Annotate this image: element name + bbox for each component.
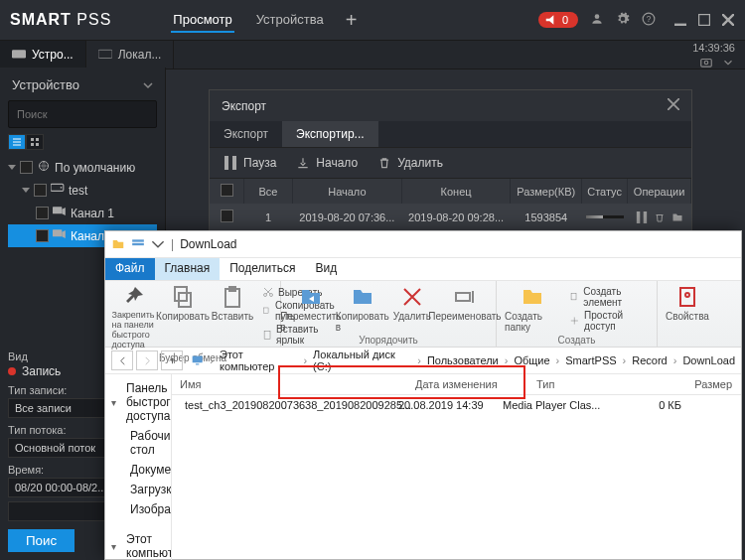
progress-bar (586, 215, 624, 218)
exporting-tab[interactable]: Экспортир... (282, 121, 377, 147)
table-row[interactable]: 1 2019-08-20 07:36... 2019-08-20 09:28..… (210, 204, 691, 230)
tree-root[interactable]: По умолчанию (8, 156, 157, 179)
folder-icon[interactable] (671, 211, 683, 223)
svg-rect-38 (196, 363, 199, 364)
nav-thispc[interactable]: ▾Этот компьютер (111, 529, 165, 560)
menu-view[interactable]: Вид (305, 258, 347, 280)
svg-point-16 (61, 187, 63, 189)
down-icon[interactable] (151, 237, 165, 251)
export-tab[interactable]: Экспорт (210, 121, 282, 147)
svg-rect-8 (98, 50, 112, 58)
menu-home[interactable]: Главная (155, 258, 221, 280)
crumb[interactable]: Пользователи (427, 354, 499, 366)
quickaccess-icon[interactable] (131, 237, 145, 251)
trash-icon[interactable] (654, 211, 666, 223)
nav-quickaccess[interactable]: ▾Панель быстрого доступа (111, 378, 165, 426)
file-row[interactable]: test_ch3_20190820073638_2019082009285...… (172, 395, 741, 415)
svg-rect-34 (572, 293, 577, 300)
gear-icon[interactable] (616, 12, 630, 29)
maximize-button[interactable] (697, 13, 711, 27)
close-icon[interactable] (668, 98, 679, 113)
col-type[interactable]: Тип (528, 374, 655, 394)
tab-preview[interactable]: Просмотр (171, 8, 233, 33)
up-button[interactable] (161, 350, 183, 370)
crumb[interactable]: Общие (514, 354, 549, 366)
svg-rect-4 (698, 14, 710, 26)
delete-button[interactable]: Удалить (392, 285, 432, 322)
user-icon[interactable] (590, 12, 604, 29)
crumb[interactable]: DownLoad (682, 354, 735, 366)
col-name[interactable]: Имя (172, 374, 407, 394)
col-date[interactable]: Дата изменения (407, 374, 528, 394)
add-tab-button[interactable]: + (346, 9, 358, 32)
svg-rect-28 (229, 287, 235, 291)
forward-button[interactable] (136, 350, 158, 370)
svg-rect-18 (53, 229, 62, 236)
tab-device-panel[interactable]: Устро... (0, 41, 86, 69)
menu-file[interactable]: Файл (105, 258, 155, 280)
sidebar-title: Устройство (12, 77, 79, 92)
moveto-button[interactable]: Переместить в (289, 285, 333, 333)
delete-button[interactable]: Удалить (377, 156, 443, 170)
nav-desktop[interactable]: Рабочий стол (111, 426, 165, 460)
nav-pictures[interactable]: Изображения (111, 499, 165, 519)
snapshot-icon[interactable] (699, 56, 713, 72)
pause-icon[interactable] (636, 211, 648, 223)
copyto-button[interactable]: Копировать в (343, 285, 382, 333)
alert-badge[interactable]: 0 (538, 12, 578, 28)
easyaccess-button[interactable]: Простой доступ (569, 309, 649, 333)
app-logo: SMART PSS (10, 11, 111, 29)
explorer-menu: Файл Главная Поделиться Вид (105, 258, 741, 281)
svg-rect-32 (264, 332, 270, 340)
help-icon[interactable]: ? (642, 12, 656, 29)
explorer-titlebar[interactable]: | DownLoad (105, 231, 741, 258)
folder-icon (111, 237, 125, 251)
pc-icon (191, 353, 204, 367)
ribbon: Закрепить на панели быстрого доступа Коп… (105, 281, 741, 348)
rename-button[interactable]: Переименовать (442, 285, 488, 322)
newitem-button[interactable]: Создать элемент (569, 285, 649, 309)
tree-channel-1[interactable]: Канал 1 (8, 202, 157, 224)
nav-documents[interactable]: Документы (111, 460, 165, 480)
back-button[interactable] (111, 350, 133, 370)
chevron-down-icon[interactable] (721, 56, 735, 72)
file-list: Имя Дата изменения Тип Размер test_ch3_2… (172, 374, 741, 560)
explorer-nav: ▾Панель быстрого доступа Рабочий стол До… (105, 374, 172, 560)
svg-rect-12 (31, 143, 34, 146)
svg-rect-37 (193, 356, 203, 363)
svg-text:?: ? (647, 14, 652, 23)
col-size[interactable]: Размер (655, 374, 741, 394)
svg-rect-10 (31, 138, 34, 141)
crumb[interactable]: Локальный диск (C:) (313, 349, 411, 372)
minimize-button[interactable] (673, 13, 687, 27)
close-button[interactable] (721, 13, 735, 27)
list-view-toggle[interactable] (8, 134, 26, 150)
window-title: DownLoad (180, 237, 236, 251)
tab-devices[interactable]: Устройства (254, 8, 326, 33)
properties-button[interactable]: Свойства (666, 285, 709, 322)
tab-local-panel[interactable]: Локал... (86, 41, 175, 69)
pause-button[interactable]: Пауза (224, 156, 276, 170)
crumb[interactable]: SmartPSS (565, 354, 616, 366)
svg-rect-3 (674, 24, 686, 26)
start-button[interactable]: Начало (296, 156, 358, 170)
menu-share[interactable]: Поделиться (220, 258, 305, 280)
svg-point-36 (685, 293, 689, 297)
pin-button[interactable]: Закрепить на панели быстрого доступа (113, 285, 153, 350)
chevron-down-icon[interactable] (143, 80, 153, 90)
nav-downloads[interactable]: Загрузки (111, 480, 165, 499)
paste-button[interactable]: Вставить (213, 285, 252, 322)
search-button[interactable]: Поис (8, 529, 74, 552)
view-tabs: Устро... Локал... (0, 41, 745, 70)
tree-device[interactable]: test (8, 179, 157, 202)
svg-rect-13 (36, 143, 39, 146)
explorer-window: | DownLoad Файл Главная Поделиться Вид З… (104, 230, 742, 560)
copy-button[interactable]: Копировать (163, 285, 203, 322)
search-input[interactable] (8, 100, 157, 128)
svg-rect-21 (636, 211, 639, 223)
crumb[interactable]: Record (632, 354, 667, 366)
crumb[interactable]: Этот компьютер (220, 349, 297, 372)
grid-view-toggle[interactable] (26, 134, 44, 150)
newfolder-button[interactable]: Создать папку (505, 285, 559, 333)
export-table: Все НачалоКонец Размер(КВ)СтатусОперации… (210, 179, 691, 230)
